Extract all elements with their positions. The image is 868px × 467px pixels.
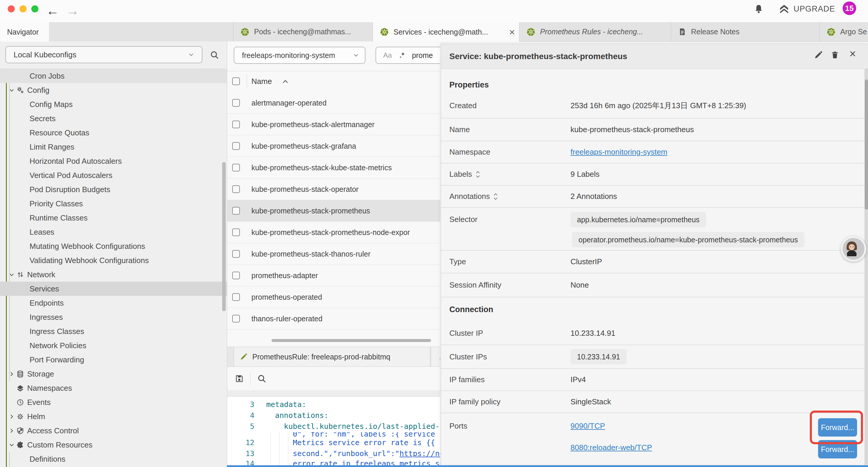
table-row-kube-prometheus-stack-prometheus-node-expor[interactable]: kube-prometheus-stack-prometheus-node-ex… [227,222,440,243]
table-row-prometheus-operated[interactable]: prometheus-operated [227,286,440,308]
bell-icon[interactable] [754,4,764,13]
sidebar-item-horizontal-pod-autoscalers[interactable]: Horizontal Pod Autoscalers [0,154,227,168]
sidebar-item-access-control[interactable]: Access Control [0,424,227,438]
close-tab-icon[interactable]: × [509,27,515,37]
detail-scrollbar-thumb[interactable] [865,80,868,209]
port-link[interactable]: 8080:reloader-web/TCP [570,443,652,452]
port-link[interactable]: 9090/TCP [570,421,605,431]
row-checkbox[interactable] [232,272,240,279]
row-checkbox[interactable] [232,121,240,128]
sidebar-item-runtime-classes[interactable]: Runtime Classes [0,211,227,225]
avatar[interactable] [841,236,866,262]
row-checkbox[interactable] [232,250,240,258]
tab-services[interactable]: Services - icecheng@math... × [373,22,519,42]
sidebar-item-endpoints[interactable]: Endpoints [0,296,227,310]
sidebar-item-services[interactable]: Services [0,282,227,296]
close-panel-icon[interactable]: × [849,48,856,60]
sidebar-item-vertical-pod-autoscalers[interactable]: Vertical Pod Autoscalers [0,168,227,182]
sidebar-item-network-policies[interactable]: Network Policies [0,339,227,353]
table-row-kube-prometheus-stack-operator[interactable]: kube-prometheus-stack-operator [227,178,440,200]
tab-argo[interactable]: Argo Se [819,22,868,41]
row-checkbox[interactable] [232,164,240,171]
row-checkbox[interactable] [232,185,240,193]
sidebar-item-port-forwarding[interactable]: Port Forwarding [0,353,227,367]
yaml-editor[interactable]: 3metadata:4annotations:5kubectl.kubernet… [227,397,440,465]
sidebar-item-cron-jobs[interactable]: Cron Jobs [0,69,227,83]
save-icon[interactable] [235,374,244,383]
sidebar-item-custom-resources[interactable]: Custom Resources [0,438,227,452]
match-case-icon[interactable]: Aa [383,51,392,59]
back-arrow-icon[interactable]: ← [46,2,59,20]
table-horizontal-scrollbar[interactable] [272,339,431,342]
chevron-right-icon[interactable] [9,414,17,419]
sidebar-item-ingress-classes[interactable]: Ingress Classes [0,324,227,339]
edit-pencil-icon[interactable] [814,51,823,59]
select-all-checkbox[interactable] [232,78,240,85]
row-checkbox[interactable] [232,229,240,236]
sidebar-item-mutating-webhook-configurations[interactable]: Mutating Webhook Configurations [0,239,227,253]
sort-ascending-icon[interactable] [282,79,289,84]
expand-updown-icon[interactable] [493,193,498,200]
namespace-link[interactable]: freeleaps-monitoring-system [570,147,668,157]
sidebar-item-events[interactable]: Events [0,395,227,409]
sidebar-item-namespaces[interactable]: Namespaces [0,381,227,395]
sidebar-item-definitions[interactable]: Definitions [0,452,227,466]
profile-badge[interactable]: 15 [843,1,856,15]
table-row-thanos-ruler-operated[interactable]: thanos-ruler-operated [227,308,440,329]
tab-prometheus-rules[interactable]: Prometheus Rules - icecheng... [519,22,671,41]
window-minimize-button[interactable] [20,5,27,12]
sidebar-item-config-maps[interactable]: Config Maps [0,97,227,111]
row-checkbox[interactable] [232,207,240,214]
chevron-down-icon[interactable] [9,272,17,278]
table-row-kube-prometheus-stack-grafana[interactable]: kube-prometheus-stack-grafana [227,135,440,157]
table-row-alertmanager-operated[interactable]: alertmanager-operated [227,92,440,114]
search-icon[interactable] [210,50,219,60]
url-link[interactable]: https://net [399,449,440,458]
editor-scroll-strip[interactable] [227,390,440,397]
kubeconfig-select[interactable]: Local Kubeconfigs [5,46,203,63]
pencil-icon [240,353,248,360]
window-zoom-button[interactable] [31,5,38,12]
name-column-header[interactable]: Name [251,77,272,86]
search-input[interactable]: Aa .* prome [375,47,440,64]
chevron-right-icon[interactable] [9,371,17,377]
sidebar-item-pod-disruption-budgets[interactable]: Pod Disruption Budgets [0,182,227,197]
row-checkbox[interactable] [232,293,240,301]
editor-tab-partial[interactable] [431,347,440,367]
table-row-kube-prometheus-stack-prometheus[interactable]: kube-prometheus-stack-prometheus [227,200,440,222]
sidebar-item-limit-ranges[interactable]: Limit Ranges [0,140,227,154]
row-checkbox[interactable] [232,315,240,322]
editor-search-icon[interactable] [257,374,267,383]
chevron-down-icon[interactable] [9,87,17,93]
sidebar-item-validating-webhook-configurations[interactable]: Validating Webhook Configurations [0,253,227,267]
expand-updown-icon[interactable] [476,171,480,178]
namespace-select[interactable]: freeleaps-monitoring-system [234,47,366,64]
trash-icon[interactable] [831,51,839,59]
row-checkbox[interactable] [232,142,240,150]
tab-release-notes[interactable]: Release Notes [671,22,819,41]
tab-navigator[interactable]: Navigator [0,22,49,42]
table-row-kube-prometheus-stack-thanos-ruler[interactable]: kube-prometheus-stack-thanos-ruler [227,243,440,265]
chevron-right-icon[interactable] [9,428,17,434]
sidebar-item-secrets[interactable]: Secrets [0,111,227,126]
table-row-prometheus-adapter[interactable]: prometheus-adapter [227,265,440,286]
table-row-kube-prometheus-stack-kube-state-metrics[interactable]: kube-prometheus-stack-kube-state-metrics [227,157,440,178]
row-checkbox[interactable] [232,99,240,107]
chevron-down-icon[interactable] [9,442,17,448]
regex-icon[interactable]: .* [399,51,404,59]
editor-tab-prometheusrule[interactable]: PrometheusRule: freeleaps-prod-rabbitmq [234,347,430,367]
table-row-kube-prometheus-stack-alertmanager[interactable]: kube-prometheus-stack-alertmanager [227,114,440,135]
window-close-button[interactable] [8,5,15,12]
tab-pods[interactable]: Pods - icecheng@mathmas... [233,22,373,41]
sidebar-item-config[interactable]: Config [0,83,227,97]
sidebar-item-resource-quotas[interactable]: Resource Quotas [0,126,227,140]
sidebar-item-leases[interactable]: Leases [0,225,227,239]
sidebar-item-storage[interactable]: Storage [0,367,227,381]
sidebar-item-helm[interactable]: Helm [0,409,227,424]
sidebar-item-ingresses[interactable]: Ingresses [0,310,227,324]
sidebar-scrollbar[interactable] [222,162,226,311]
forward-arrow-icon[interactable]: → [66,2,79,20]
sidebar-item-network[interactable]: Network [0,267,227,282]
upgrade-button[interactable]: UPGRADE [779,4,835,14]
sidebar-item-priority-classes[interactable]: Priority Classes [0,197,227,211]
